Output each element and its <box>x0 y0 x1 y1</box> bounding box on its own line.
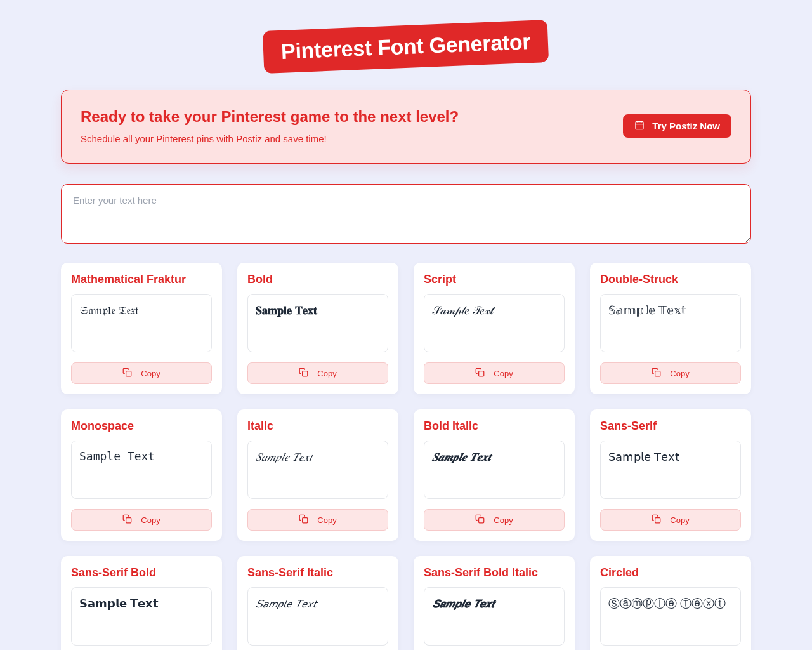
font-name: Sans-Serif Bold Italic <box>424 566 565 580</box>
font-card: Monospace𝚂𝚊𝚖𝚙𝚕𝚎 𝚃𝚎𝚡𝚝Copy <box>61 409 222 541</box>
font-name: Bold <box>247 273 388 286</box>
font-card: Sans-Serif Bold𝗦𝗮𝗺𝗽𝗹𝗲 𝗧𝗲𝘅𝘁Copy <box>61 556 222 650</box>
font-preview: 𝖲𝖺𝗆𝗉𝗅𝖾 𝖳𝖾𝗑𝗍 <box>600 441 741 499</box>
svg-rect-5 <box>303 371 308 376</box>
font-name: Mathematical Fraktur <box>71 273 212 286</box>
copy-button[interactable]: Copy <box>247 509 388 531</box>
font-name: Circled <box>600 566 741 580</box>
copy-button[interactable]: Copy <box>71 509 212 531</box>
font-card: Double-Struck𝕊𝕒𝕞𝕡𝕝𝕖 𝕋𝕖𝕩𝕥Copy <box>590 263 751 394</box>
font-name: Sans-Serif <box>600 420 741 433</box>
svg-rect-10 <box>479 518 484 523</box>
font-name: Bold Italic <box>424 420 565 433</box>
font-name: Script <box>424 273 565 286</box>
svg-rect-7 <box>655 371 660 376</box>
font-name: Italic <box>247 420 388 433</box>
font-name: Sans-Serif Italic <box>247 566 388 580</box>
svg-rect-0 <box>636 122 643 129</box>
font-preview: 𝑆𝑎𝑚𝑝𝑙𝑒 𝑇𝑒𝑥𝑡 <box>247 441 388 499</box>
copy-button[interactable]: Copy <box>600 509 741 531</box>
promo-heading: Ready to take your Pinterest game to the… <box>81 108 459 126</box>
svg-rect-6 <box>479 371 484 376</box>
font-card: Sans-Serif𝖲𝖺𝗆𝗉𝗅𝖾 𝖳𝖾𝗑𝗍Copy <box>590 409 751 541</box>
svg-rect-4 <box>126 371 131 376</box>
font-preview: 𝑺𝒂𝒎𝒑𝒍𝒆 𝑻𝒆𝒙𝒕 <box>424 441 565 499</box>
promo-button-label: Try Postiz Now <box>652 121 720 131</box>
calendar-icon <box>634 120 645 132</box>
copy-icon <box>652 368 661 379</box>
copy-label: Copy <box>141 369 160 378</box>
copy-label: Copy <box>670 515 689 525</box>
copy-icon <box>122 368 132 379</box>
copy-label: Copy <box>317 515 336 525</box>
font-card: Italic𝑆𝑎𝑚𝑝𝑙𝑒 𝑇𝑒𝑥𝑡Copy <box>237 409 398 541</box>
font-card: Script𝒮𝒶𝓂𝓅𝓁𝑒 𝒯𝑒𝓍𝓉Copy <box>414 263 575 394</box>
page-title: Pinterest Font Generator <box>263 20 549 74</box>
svg-rect-11 <box>655 518 660 523</box>
font-preview: 𝙎𝙖𝙢𝙥𝙡𝙚 𝙏𝙚𝙭𝙩 <box>424 587 565 646</box>
font-name: Sans-Serif Bold <box>71 566 212 580</box>
copy-label: Copy <box>317 369 336 378</box>
font-preview: 𝘚𝘢𝘮𝘱𝘭𝘦 𝘛𝘦𝘹𝘵 <box>247 587 388 646</box>
font-preview: 𝐒𝐚𝐦𝐩𝐥𝐞 𝐓𝐞𝐱𝐭 <box>247 294 388 352</box>
copy-label: Copy <box>141 515 160 525</box>
svg-rect-9 <box>303 518 308 523</box>
copy-button[interactable]: Copy <box>424 362 565 384</box>
font-card: Bold𝐒𝐚𝐦𝐩𝐥𝐞 𝐓𝐞𝐱𝐭Copy <box>237 263 398 394</box>
font-preview: 𝕊𝕒𝕞𝕡𝕝𝕖 𝕋𝕖𝕩𝕥 <box>600 294 741 352</box>
font-name: Double-Struck <box>600 273 741 286</box>
font-card: Sans-Serif Bold Italic𝙎𝙖𝙢𝙥𝙡𝙚 𝙏𝙚𝙭𝙩Copy <box>414 556 575 650</box>
copy-icon <box>299 514 308 526</box>
copy-icon <box>122 514 132 526</box>
font-preview: 𝒮𝒶𝓂𝓅𝓁𝑒 𝒯𝑒𝓍𝓉 <box>424 294 565 352</box>
promo-subtext: Schedule all your Pinterest pins with Po… <box>81 133 459 144</box>
copy-label: Copy <box>494 369 513 378</box>
font-card: Sans-Serif Italic𝘚𝘢𝘮𝘱𝘭𝘦 𝘛𝘦𝘹𝘵Copy <box>237 556 398 650</box>
font-grid: Mathematical Fraktur𝔖𝔞𝔪𝔭𝔩𝔢 𝔗𝔢𝔵𝔱CopyBold𝐒… <box>61 263 751 650</box>
copy-icon <box>475 368 485 379</box>
promo-banner: Ready to take your Pinterest game to the… <box>61 90 751 164</box>
copy-icon <box>299 368 308 379</box>
copy-button[interactable]: Copy <box>600 362 741 384</box>
svg-rect-8 <box>126 518 131 523</box>
copy-label: Copy <box>494 515 513 525</box>
text-input[interactable] <box>61 184 751 244</box>
copy-label: Copy <box>670 369 689 378</box>
copy-button[interactable]: Copy <box>424 509 565 531</box>
font-name: Monospace <box>71 420 212 433</box>
copy-button[interactable]: Copy <box>71 362 212 384</box>
copy-icon <box>475 514 485 526</box>
font-preview: 𝗦𝗮𝗺𝗽𝗹𝗲 𝗧𝗲𝘅𝘁 <box>71 587 212 646</box>
font-card: Bold Italic𝑺𝒂𝒎𝒑𝒍𝒆 𝑻𝒆𝒙𝒕Copy <box>414 409 575 541</box>
copy-icon <box>652 514 661 526</box>
font-preview: Ⓢⓐⓜⓟⓛⓔ Ⓣⓔⓧⓣ <box>600 587 741 646</box>
font-card: Mathematical Fraktur𝔖𝔞𝔪𝔭𝔩𝔢 𝔗𝔢𝔵𝔱Copy <box>61 263 222 394</box>
try-postiz-button[interactable]: Try Postiz Now <box>623 114 731 138</box>
font-preview: 𝚂𝚊𝚖𝚙𝚕𝚎 𝚃𝚎𝚡𝚝 <box>71 441 212 499</box>
copy-button[interactable]: Copy <box>247 362 388 384</box>
font-preview: 𝔖𝔞𝔪𝔭𝔩𝔢 𝔗𝔢𝔵𝔱 <box>71 294 212 352</box>
font-card: CircledⓈⓐⓜⓟⓛⓔ ⓉⓔⓧⓣCopy <box>590 556 751 650</box>
